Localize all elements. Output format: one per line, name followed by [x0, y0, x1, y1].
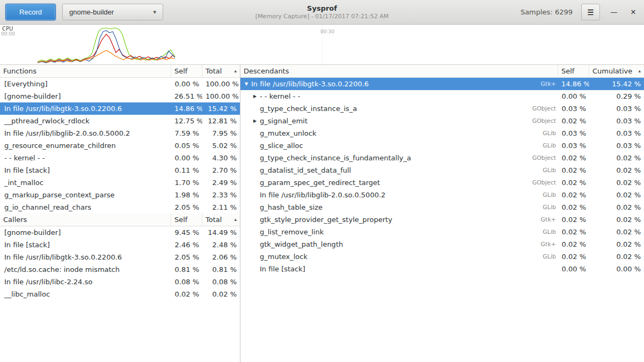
self-value: 0.00 % — [171, 152, 202, 164]
descendant-row[interactable]: g_mutex_unlockGLib0.03 %0.03 % — [240, 127, 644, 139]
descendant-row[interactable]: g_slice_allocGLib0.03 %0.03 % — [240, 139, 644, 152]
expander-spacer — [251, 238, 259, 250]
total-value: 2.49 % — [202, 176, 240, 189]
function-name: In file /usr/lib/libc-2.24.so — [0, 276, 171, 288]
function-row[interactable]: In file [stack]0.11 %2.70 % — [0, 164, 240, 176]
self-value: 2.46 % — [171, 239, 202, 251]
descendant-row[interactable]: In file [stack]0.00 %0.00 % — [240, 263, 644, 275]
descendants-column-header[interactable]: Descendants — [240, 65, 558, 77]
expander-spacer — [251, 176, 259, 189]
time-tick-start: 00:00 — [1, 31, 15, 36]
functions-table-header: Functions Self Total ▴ — [0, 65, 240, 78]
minimize-button[interactable]: — — [609, 8, 619, 16]
cumulative-value: 0.02 % — [589, 226, 644, 238]
self-value: 0.05 % — [171, 139, 202, 152]
expander-closed-icon[interactable]: ▶ — [251, 90, 259, 102]
descendant-row[interactable]: ▶g_signal_emitGObject0.02 %0.03 % — [240, 115, 644, 127]
library-tag: GObject — [524, 152, 558, 164]
self-value: 0.81 % — [171, 263, 202, 276]
descendant-row[interactable]: In file /usr/lib/libglib-2.0.so.0.5000.2… — [240, 189, 644, 201]
cumulative-value: 0.02 % — [589, 238, 644, 250]
descendant-row[interactable]: ▶- - kernel - -0.00 %0.29 % — [240, 90, 644, 102]
function-row[interactable]: g_markup_parse_context_parse1.98 %2.33 % — [0, 189, 240, 201]
functions-column-header[interactable]: Functions — [0, 65, 171, 77]
menu-button[interactable]: ☰ — [581, 4, 600, 20]
caller-row[interactable]: __libc_malloc0.02 %0.02 % — [0, 288, 240, 300]
descendant-name: g_type_check_instance_is_fundamentally_a — [259, 152, 524, 164]
descendant-row[interactable]: g_hash_table_sizeGLib0.02 %0.02 % — [240, 201, 644, 213]
functions-self-column-header[interactable]: Self — [171, 65, 202, 77]
callers-self-column-header[interactable]: Self — [171, 213, 202, 226]
function-row[interactable]: In file /usr/lib/libgtk-3.so.0.2200.614.… — [0, 102, 240, 115]
self-value: 0.00 % — [558, 263, 589, 275]
close-button[interactable]: ✕ — [628, 8, 639, 16]
function-row[interactable]: In file /usr/lib/libglib-2.0.so.0.5000.2… — [0, 127, 240, 139]
self-value: 7.59 % — [171, 127, 202, 139]
caller-row[interactable]: In file /usr/lib/libgtk-3.so.0.2200.62.0… — [0, 251, 240, 263]
function-row[interactable]: [Everything]0.00 %100.00 % — [0, 78, 240, 90]
function-row[interactable]: g_io_channel_read_chars2.05 %2.11 % — [0, 201, 240, 213]
descendant-name: g_signal_emit — [259, 115, 524, 127]
cumulative-value: 0.02 % — [589, 152, 644, 164]
cumulative-value: 0.03 % — [589, 139, 644, 152]
function-name: In file [stack] — [0, 164, 171, 176]
descendant-row[interactable]: g_param_spec_get_redirect_targetGObject0… — [240, 176, 644, 189]
self-value: 0.00 % — [171, 78, 202, 90]
function-row[interactable]: g_resource_enumerate_children0.05 %5.02 … — [0, 139, 240, 152]
descendant-row[interactable]: g_datalist_id_set_data_fullGLib0.02 %0.0… — [240, 164, 644, 176]
descendant-row[interactable]: g_mutex_lockGLib0.02 %0.02 % — [240, 250, 644, 263]
self-value: 9.45 % — [171, 226, 202, 239]
expander-open-icon[interactable]: ▼ — [243, 78, 250, 90]
descendants-self-column-header[interactable]: Self — [558, 65, 589, 77]
cpu-series-line — [38, 28, 175, 62]
target-selector-label: gnome-builder — [69, 8, 114, 16]
functions-total-column-header[interactable]: Total ▴ — [202, 65, 240, 77]
chevron-down-icon: ▾ — [153, 9, 156, 16]
total-value: 0.08 % — [202, 276, 240, 288]
caller-row[interactable]: In file [stack]2.46 %2.48 % — [0, 239, 240, 251]
app-title: Sysprof — [255, 4, 389, 13]
callers-column-header[interactable]: Callers — [0, 213, 171, 226]
library-tag — [524, 90, 558, 102]
descendants-cumulative-column-label: Cumulative — [592, 65, 632, 77]
expander-closed-icon[interactable]: ▶ — [251, 115, 259, 127]
descendants-pane: Descendants Self Cumulative ▴ ▼In file /… — [240, 65, 644, 362]
capture-subtitle: [Memory Capture] - 01/17/2017 07:21:52 A… — [255, 13, 389, 20]
cpu-series-line — [38, 50, 175, 62]
descendant-row[interactable]: g_type_check_instance_is_aGObject0.03 %0… — [240, 102, 644, 115]
descendant-name: gtk_style_provider_get_style_property — [259, 213, 524, 226]
descendants-cumulative-column-header[interactable]: Cumulative ▴ — [589, 65, 644, 77]
self-value: 0.02 % — [558, 189, 589, 201]
descendant-name: In file [stack] — [259, 263, 524, 275]
descendant-row[interactable]: gtk_widget_path_lengthGtk+0.02 %0.02 % — [240, 238, 644, 250]
function-name: /etc/ld.so.cache: inode mismatch — [0, 263, 171, 276]
cpu-graph-area: CPU 00:00 00:30 — [0, 25, 644, 65]
total-value: 5.02 % — [202, 139, 240, 152]
function-row[interactable]: __pthread_rwlock_rdlock12.75 %12.81 % — [0, 115, 240, 127]
functions-total-column-label: Total — [206, 65, 222, 77]
total-value: 14.49 % — [202, 226, 240, 239]
caller-row[interactable]: [gnome-builder]9.45 %14.49 % — [0, 226, 240, 239]
functions-table: [Everything]0.00 %100.00 %[gnome-builder… — [0, 78, 240, 213]
samples-count: Samples: 6299 — [521, 8, 573, 16]
record-button[interactable]: Record — [5, 4, 56, 20]
total-value: 100.00 % — [202, 90, 240, 102]
function-row[interactable]: [gnome-builder]26.51 %100.00 % — [0, 90, 240, 102]
expander-spacer — [251, 263, 259, 275]
function-row[interactable]: - - kernel - -0.00 %4.30 % — [0, 152, 240, 164]
library-tag: GLib — [524, 201, 558, 213]
descendant-row[interactable]: g_type_check_instance_is_fundamentally_a… — [240, 152, 644, 164]
callers-total-column-header[interactable]: Total ▴ — [202, 213, 240, 226]
expander-spacer — [251, 139, 259, 152]
caller-row[interactable]: In file /usr/lib/libc-2.24.so0.08 %0.08 … — [0, 276, 240, 288]
function-row[interactable]: _int_malloc1.70 %2.49 % — [0, 176, 240, 189]
total-value: 0.81 % — [202, 263, 240, 276]
self-value: 0.02 % — [558, 152, 589, 164]
descendant-row[interactable]: ▼In file /usr/lib/libgtk-3.so.0.2200.6Gt… — [240, 78, 644, 90]
cumulative-value: 0.02 % — [589, 250, 644, 263]
self-value: 0.03 % — [558, 102, 589, 115]
target-selector-dropdown[interactable]: gnome-builder ▾ — [62, 4, 163, 20]
descendant-row[interactable]: gtk_style_provider_get_style_propertyGtk… — [240, 213, 644, 226]
descendant-row[interactable]: g_list_remove_linkGLib0.02 %0.02 % — [240, 226, 644, 238]
caller-row[interactable]: /etc/ld.so.cache: inode mismatch0.81 %0.… — [0, 263, 240, 276]
